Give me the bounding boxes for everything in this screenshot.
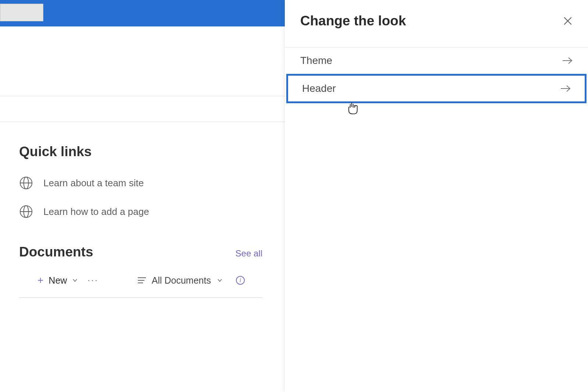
view-label: All Documents <box>152 275 211 286</box>
arrow-right-icon <box>562 57 573 64</box>
info-icon[interactable]: i <box>236 276 245 285</box>
panel-option-header[interactable]: Header <box>286 74 587 103</box>
plus-icon: + <box>37 274 43 286</box>
more-actions-button[interactable]: ··· <box>87 276 98 285</box>
panel-option-label: Header <box>302 83 336 94</box>
see-all-link[interactable]: See all <box>236 248 262 259</box>
quick-link-label: Learn how to add a page <box>43 206 149 217</box>
close-icon[interactable] <box>563 16 573 26</box>
search-box[interactable] <box>0 4 43 21</box>
panel-title: Change the look <box>300 13 406 29</box>
globe-icon <box>19 176 33 190</box>
arrow-right-icon <box>560 85 571 92</box>
view-selector[interactable]: All Documents <box>138 275 223 286</box>
panel-option-theme[interactable]: Theme <box>285 47 588 74</box>
documents-title: Documents <box>19 244 93 260</box>
list-lines-icon <box>138 277 146 284</box>
quick-link-label: Learn about a team site <box>43 177 144 189</box>
panel-option-label: Theme <box>300 55 332 66</box>
change-look-panel: Change the look Theme Header <box>285 0 588 392</box>
documents-toolbar: + New ··· All Documents i <box>19 260 262 298</box>
new-button[interactable]: + New <box>37 274 78 286</box>
chevron-down-icon <box>72 277 78 283</box>
globe-icon <box>19 205 33 219</box>
new-button-label: New <box>49 275 67 286</box>
chevron-down-icon <box>217 277 223 283</box>
